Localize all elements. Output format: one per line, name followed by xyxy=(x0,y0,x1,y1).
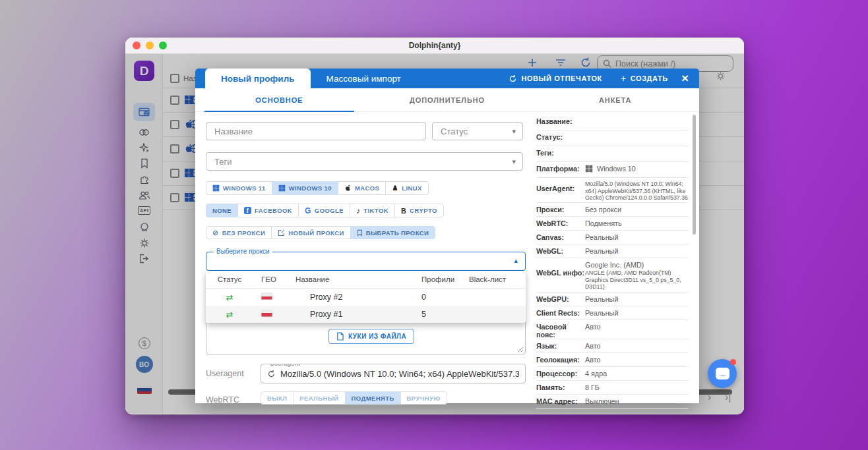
platform-tiktok-button[interactable]: ♪ TIKTOK xyxy=(350,204,395,217)
tags-select[interactable]: Теги ▾ xyxy=(206,152,523,171)
webrtc-real-button[interactable]: РЕАЛЬНЫЙ xyxy=(293,391,345,405)
poland-flag-icon xyxy=(261,310,272,317)
new-profile-modal: Новый профиль Массовый импорт НОВЫЙ ОТПЕ… xyxy=(195,69,699,403)
new-fingerprint-button[interactable]: НОВЫЙ ОТПЕЧАТОК xyxy=(499,69,611,88)
poland-flag-icon xyxy=(261,293,272,300)
proxy-name: Proxy #1 xyxy=(294,310,414,319)
os-button-label: WINDOWS 11 xyxy=(223,184,266,192)
tab-bulk-import[interactable]: Массовый импорт xyxy=(311,69,417,88)
summary-value: Реальный xyxy=(585,309,689,317)
resize-handle-icon[interactable] xyxy=(518,347,524,352)
platform-button-label: NONE xyxy=(212,207,232,214)
os-button-label: MACOS xyxy=(355,184,379,192)
tab-new-profile[interactable]: Новый профиль xyxy=(205,69,311,88)
support-chat-button[interactable] xyxy=(708,359,737,388)
summary-value: Авто xyxy=(585,356,689,364)
summary-label: Прокси: xyxy=(536,206,585,213)
status-placeholder: Статус xyxy=(441,127,468,136)
tiktok-icon: ♪ xyxy=(356,206,360,215)
select-proxy-button[interactable]: ВЫБРАТЬ ПРОКСИ xyxy=(350,226,436,239)
summary-value: Без прокси xyxy=(585,206,689,213)
platform-crypto-button[interactable]: B CRYPTO xyxy=(394,204,444,217)
summary-label: UserAgent: xyxy=(536,181,585,192)
proxy-table-header: Статус ГЕО Название Профили Black-лист xyxy=(206,271,526,289)
summary-label: Статус: xyxy=(536,133,585,141)
column-header: Black-лист xyxy=(466,275,526,283)
summary-label: Процессор: xyxy=(536,370,585,378)
regenerate-useragent-icon[interactable] xyxy=(267,370,276,378)
column-header: ГЕО xyxy=(253,275,294,283)
webrtc-altered-button[interactable]: ПОДМЕНЯТЬ xyxy=(345,391,401,405)
webrtc-manual-button[interactable]: ВРУЧНУЮ xyxy=(400,391,447,405)
os-button-label: LINUX xyxy=(402,184,422,192)
chevron-down-icon: ▾ xyxy=(512,127,516,136)
summary-row: Платформа: Windows 10 xyxy=(536,162,689,178)
platform-facebook-button[interactable]: f FACEBOOK xyxy=(237,204,299,217)
column-header: Статус xyxy=(206,275,253,283)
edit-icon xyxy=(278,229,285,237)
os-macos-button[interactable]: MACOS xyxy=(338,181,386,195)
summary-row: Память: 8 ГБ xyxy=(536,381,689,395)
proxy-dropdown-list: Статус ГЕО Название Профили Black-лист ⇄… xyxy=(206,271,526,323)
useragent-field[interactable]: Useragent Mozilla/5.0 (Windows NT 10.0; … xyxy=(261,364,526,383)
proxy-select-label: Выберите прокси xyxy=(214,248,272,255)
summary-value: Авто xyxy=(585,323,689,331)
summary-value: Mozilla/5.0 (Windows NT 10.0; Win64; x64… xyxy=(585,181,689,202)
os-windows-11-button[interactable]: WINDOWS 11 xyxy=(206,181,272,195)
close-icon[interactable]: × xyxy=(677,69,699,88)
create-button[interactable]: + СОЗДАТЬ xyxy=(611,69,677,88)
windows-icon xyxy=(278,184,286,192)
summary-row: Процессор: 4 ядра xyxy=(536,367,689,381)
summary-label: Теги: xyxy=(536,149,585,157)
summary-row: WebGL инфо: Google Inc. (AMD) ANGLE (AMD… xyxy=(536,258,689,293)
os-button-label: WINDOWS 10 xyxy=(289,184,332,192)
section-tabs: ОСНОВНОЕ ДОПОЛНИТЕЛЬНО АНКЕТА xyxy=(195,88,699,112)
new-proxy-button[interactable]: НОВЫЙ ПРОКСИ xyxy=(271,226,350,239)
summary-label: Client Rects: xyxy=(536,309,585,317)
proxy-select-field[interactable]: Выберите прокси ▴ xyxy=(206,252,526,271)
platform-google-button[interactable]: G GOOGLE xyxy=(298,204,350,217)
platform-none-button[interactable]: NONE xyxy=(206,204,238,217)
summary-row: Прокси: Без прокси xyxy=(536,203,689,217)
summary-value: Подменять xyxy=(585,219,689,227)
proxy-option-row[interactable]: ⇄ Proxy #1 5 xyxy=(206,306,526,323)
vertical-scrollbar[interactable] xyxy=(693,115,696,235)
webrtc-button-label: РЕАЛЬНЫЙ xyxy=(299,395,338,402)
tab-basic[interactable]: ОСНОВНОЕ xyxy=(195,88,363,111)
summary-row: MAC адрес: Выключен xyxy=(536,395,689,408)
summary-label: WebGL: xyxy=(536,247,585,255)
apple-icon xyxy=(344,184,352,192)
os-button-group: WINDOWS 11 WINDOWS 10 MACOS LINUX xyxy=(206,181,429,195)
summary-label: Часовой пояс: xyxy=(536,323,585,339)
os-linux-button[interactable]: LINUX xyxy=(385,181,429,195)
column-header: Профили xyxy=(414,275,466,283)
summary-value: Реальный xyxy=(585,295,689,303)
proxy-mode-label: ВЫБРАТЬ ПРОКСИ xyxy=(366,229,429,237)
tab-label: Массовый импорт xyxy=(326,74,401,84)
new-fingerprint-label: НОВЫЙ ОТПЕЧАТОК xyxy=(521,74,602,82)
summary-row: WebGPU: Реальный xyxy=(536,293,689,306)
summary-label: WebGPU: xyxy=(536,295,585,303)
platform-button-label: CRYPTO xyxy=(410,207,437,214)
regenerate-fingerprint-icon xyxy=(509,74,517,83)
webrtc-button-group: ВЫКЛ РЕАЛЬНЫЙ ПОДМЕНЯТЬ ВРУЧНУЮ xyxy=(261,391,447,405)
webrtc-button-label: ПОДМЕНЯТЬ xyxy=(352,395,394,402)
summary-row: Теги: xyxy=(536,146,689,162)
proxy-option-row[interactable]: ⇄ Proxy #2 0 xyxy=(206,289,526,306)
tab-questionnaire[interactable]: АНКЕТА xyxy=(531,88,699,111)
cookies-from-file-button[interactable]: КУКИ ИЗ ФАЙЛА xyxy=(328,329,414,344)
chevron-up-icon[interactable]: ▴ xyxy=(514,256,518,265)
webrtc-off-button[interactable]: ВЫКЛ xyxy=(261,391,294,405)
summary-row: Название: xyxy=(536,115,689,130)
summary-value: Google Inc. (AMD) ANGLE (AMD, AMD Radeon… xyxy=(585,261,689,291)
summary-value: 8 ГБ xyxy=(585,383,689,391)
summary-value: Реальный xyxy=(585,233,689,241)
summary-row: WebRTC: Подменять xyxy=(536,217,689,231)
os-windows-10-button[interactable]: WINDOWS 10 xyxy=(272,181,338,195)
profile-name-input[interactable] xyxy=(206,122,426,140)
file-icon xyxy=(336,332,344,341)
webgl-vendor: Google Inc. (AMD) xyxy=(585,261,644,269)
tab-additional[interactable]: ДОПОЛНИТЕЛЬНО xyxy=(363,88,532,111)
status-select[interactable]: Статус ▾ xyxy=(432,122,523,140)
no-proxy-button[interactable]: ⊘ БЕЗ ПРОКСИ xyxy=(206,226,272,239)
